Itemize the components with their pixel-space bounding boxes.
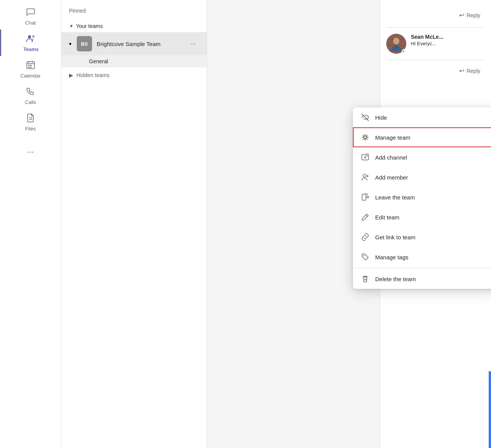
- chat-icon: [26, 7, 36, 18]
- files-icon: [26, 113, 36, 124]
- svg-point-41: [393, 38, 399, 44]
- svg-point-13: [364, 136, 366, 138]
- sidebar-item-chat[interactable]: Chat: [0, 3, 61, 30]
- team-initials: BS: [81, 41, 88, 47]
- leave-icon: [361, 193, 370, 202]
- svg-point-1: [32, 35, 35, 38]
- menu-item-get-link[interactable]: Get link to team: [353, 227, 491, 247]
- svg-point-14: [363, 135, 367, 140]
- team-bullet: •: [69, 40, 77, 48]
- menu-divider: [353, 268, 491, 268]
- svg-point-22: [363, 174, 366, 177]
- menu-label-manage-team: Manage team: [375, 134, 410, 141]
- hidden-teams-section[interactable]: ▶ Hidden teams: [61, 68, 207, 83]
- svg-point-0: [28, 35, 31, 38]
- sidebar-item-calendar[interactable]: Calendar: [0, 56, 61, 82]
- context-menu: Hide Manage team: [353, 107, 491, 289]
- team-name: Brightcove Sample Team: [97, 41, 187, 47]
- calls-icon: [26, 86, 36, 98]
- svg-rect-6: [28, 65, 30, 66]
- your-teams-section[interactable]: ▼ Your teams: [61, 17, 207, 32]
- add-channel-icon: [361, 153, 370, 162]
- reply-button[interactable]: ↩ Reply: [455, 9, 485, 21]
- reply-label: Reply: [466, 12, 480, 18]
- svg-point-28: [365, 193, 367, 196]
- link-icon: [361, 232, 370, 242]
- sender-name: Sean McLe...: [411, 34, 443, 40]
- message-preview: Sean McLe... Hi Everyc...: [386, 28, 485, 60]
- menu-label-add-channel: Add channel: [375, 154, 407, 161]
- edit-icon: [361, 212, 370, 222]
- content-area: Hide Manage team: [207, 0, 380, 448]
- teams-icon: [26, 33, 36, 45]
- menu-item-delete-team[interactable]: Delete the team: [353, 269, 491, 289]
- sidebar-label-calls: Calls: [25, 99, 36, 105]
- second-reply-label: Reply: [466, 68, 480, 74]
- sidebar-label-teams: Teams: [23, 46, 39, 52]
- add-member-icon: [361, 173, 370, 182]
- team-avatar: BS: [77, 36, 92, 51]
- menu-label-add-member: Add member: [375, 174, 408, 181]
- sidebar-item-teams[interactable]: Teams: [0, 30, 61, 56]
- sidebar-item-calls[interactable]: Calls: [0, 82, 61, 109]
- svg-rect-7: [30, 65, 31, 66]
- svg-line-29: [366, 215, 367, 217]
- avatar-wrap: [386, 34, 406, 54]
- sidebar-label-chat: Chat: [25, 20, 36, 26]
- pinned-label: Pinned: [69, 8, 86, 14]
- menu-label-edit-team: Edit team: [375, 214, 399, 221]
- menu-item-manage-team[interactable]: Manage team: [353, 127, 491, 147]
- sidebar-label-files: Files: [25, 126, 36, 132]
- calendar-icon: [26, 60, 36, 71]
- second-reply-icon: ↩: [459, 67, 464, 74]
- menu-label-hide: Hide: [375, 114, 387, 121]
- sidebar-label-calendar: Calendar: [20, 73, 41, 79]
- menu-label-delete-team: Delete the team: [375, 276, 416, 282]
- menu-item-edit-team[interactable]: Edit team: [353, 207, 491, 227]
- hidden-teams-label: Hidden teams: [76, 72, 109, 78]
- second-reply-area: ↩ Reply: [386, 60, 485, 81]
- trash-icon: [361, 274, 370, 283]
- menu-item-manage-tags[interactable]: Manage tags: [353, 247, 491, 267]
- your-teams-label: Your teams: [76, 23, 103, 29]
- sidebar-item-files[interactable]: Files: [0, 109, 61, 135]
- team-more-button[interactable]: ···: [187, 38, 199, 49]
- avatar-status-indicator: [402, 49, 406, 54]
- pinned-header: Pinned: [61, 5, 207, 17]
- svg-rect-8: [28, 67, 30, 68]
- svg-point-30: [363, 255, 364, 256]
- hidden-teams-arrow: ▶: [69, 72, 73, 78]
- menu-item-add-member[interactable]: Add member: [353, 167, 491, 187]
- menu-item-add-channel[interactable]: Add channel: [353, 147, 491, 167]
- reply-button-area: ↩ Reply: [386, 6, 485, 28]
- message-content: Sean McLe... Hi Everyc...: [411, 34, 443, 54]
- teams-list-panel: Pinned ▼ Your teams • BS Brightcove Samp…: [61, 0, 207, 448]
- menu-item-hide[interactable]: Hide: [353, 107, 491, 127]
- tag-icon: [361, 252, 370, 262]
- message-text: Hi Everyc...: [411, 41, 443, 46]
- reply-icon: ↩: [459, 12, 464, 19]
- general-channel-item[interactable]: General: [61, 55, 207, 68]
- menu-item-leave-team[interactable]: Leave the team: [353, 187, 491, 207]
- blue-accent-bar: [489, 371, 491, 448]
- menu-label-get-link: Get link to team: [375, 234, 415, 240]
- gear-icon: [361, 133, 370, 142]
- menu-label-leave-team: Leave the team: [375, 194, 415, 201]
- svg-rect-9: [30, 67, 31, 68]
- more-apps-button[interactable]: ···: [0, 143, 61, 161]
- brightcove-team-item[interactable]: • BS Brightcove Sample Team ···: [61, 32, 207, 55]
- second-reply-button[interactable]: ↩ Reply: [455, 65, 485, 77]
- channel-name: General: [89, 58, 108, 64]
- your-teams-arrow: ▼: [69, 23, 74, 29]
- sidebar: Chat Teams: [0, 0, 61, 448]
- menu-label-manage-tags: Manage tags: [375, 254, 409, 260]
- hide-icon: [361, 113, 370, 122]
